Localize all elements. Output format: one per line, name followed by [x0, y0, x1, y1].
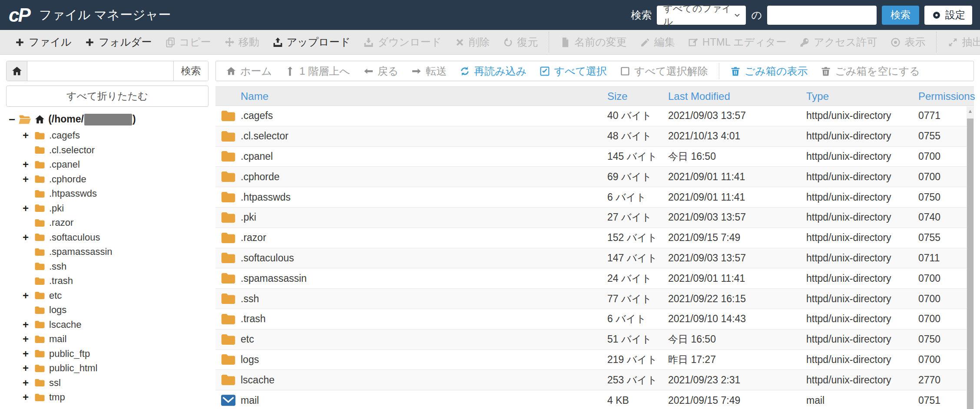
actionbar-button-up-one-level[interactable]: 1 階層上へ — [278, 61, 357, 81]
settings-button[interactable]: 設定 — [924, 6, 972, 25]
toolbar-button-download: ダウンロード — [357, 30, 448, 54]
tree-item-dot-cagefs[interactable]: +.cagefs — [6, 128, 209, 143]
tree-item-dot-cpanel[interactable]: +.cpanel — [6, 157, 209, 172]
folder-icon — [34, 335, 46, 344]
actionbar-label-home: ホーム — [240, 64, 272, 78]
tree-item-ssl[interactable]: +ssl — [6, 376, 209, 390]
tree-item-mail[interactable]: +mail — [6, 332, 209, 346]
key-icon — [799, 37, 810, 48]
tree-item-dot-htpasswds[interactable]: .htpasswds — [6, 186, 209, 201]
table-row-dot-htpasswds[interactable]: .htpasswds6 バイト2021/09/01 11:41httpd/uni… — [215, 187, 974, 208]
tree-item-etc[interactable]: +etc — [6, 288, 209, 303]
expand-plus-icon[interactable]: + — [23, 290, 34, 301]
expand-plus-icon[interactable]: + — [23, 130, 34, 141]
collapse-minus-icon[interactable]: − — [9, 114, 15, 125]
actionbar-button-view-trash[interactable]: ごみ箱の表示 — [724, 61, 814, 81]
expand-plus-icon[interactable]: + — [23, 159, 34, 170]
column-header-permissions[interactable]: Permissions — [918, 90, 974, 102]
tree-search-button[interactable]: 検索 — [173, 61, 208, 81]
tree-item-dot-razor[interactable]: .razor — [6, 215, 209, 230]
actionbar-button-home[interactable]: ホーム — [219, 61, 278, 81]
column-header-last-modified[interactable]: Last Modified — [668, 90, 806, 102]
expand-plus-icon[interactable]: + — [23, 363, 34, 373]
toolbar-button-copy: コピー — [159, 30, 218, 54]
column-header-type[interactable]: Type — [806, 90, 918, 102]
home-button[interactable] — [7, 61, 27, 81]
actionbar-button-empty-trash[interactable]: ごみ箱を空にする — [814, 61, 926, 81]
tree-item-public_html[interactable]: +public_html — [6, 361, 209, 376]
folder-icon — [34, 291, 46, 300]
tree-item-label: .spamassassin — [49, 246, 113, 257]
table-row-dot-trash[interactable]: .trash6 バイト2021/09/10 14:43httpd/unix-di… — [215, 309, 974, 330]
expand-plus-icon[interactable]: + — [23, 392, 34, 402]
move-icon — [224, 37, 235, 48]
actionbar-button-select-all[interactable]: すべて選択 — [533, 61, 613, 81]
column-header-name[interactable]: Name — [241, 90, 607, 102]
table-row-dot-softaculous[interactable]: .softaculous147 バイト2021/09/03 13:57httpd… — [215, 248, 974, 269]
checkbox-empty-icon — [620, 66, 630, 76]
table-row-dot-pki[interactable]: .pki27 バイト2021/09/03 13:57httpd/unix-dir… — [215, 208, 974, 228]
cell-type: httpd/unix-directory — [806, 374, 918, 386]
expand-plus-icon[interactable]: + — [23, 349, 34, 359]
search-button[interactable]: 検索 — [882, 6, 919, 25]
expand-plus-icon[interactable]: + — [23, 334, 34, 344]
cell-last-modified: 2021/09/01 11:41 — [668, 171, 806, 183]
tree-item-dot-trash[interactable]: .trash — [6, 274, 209, 288]
tree-item-dot-pki[interactable]: +.pki — [6, 201, 209, 216]
expand-plus-icon[interactable]: + — [23, 320, 34, 330]
toolbar-divider — [549, 32, 549, 53]
tree-item-dot-ssh[interactable]: .ssh — [6, 259, 209, 274]
tree-item-dot-cl.selector[interactable]: .cl.selector — [6, 143, 209, 158]
tree-item-dot-softaculous[interactable]: +.softaculous — [6, 230, 209, 245]
table-row-dot-razor[interactable]: .razor152 バイト2021/09/15 7:49httpd/unix-d… — [215, 228, 974, 248]
expand-plus-icon[interactable]: + — [23, 378, 34, 388]
tree-item-label: .softaculous — [49, 232, 100, 243]
scrollbar-up-arrow-icon[interactable]: ▲ — [967, 106, 974, 116]
tree-item-tmp[interactable]: +tmp — [6, 390, 209, 405]
tree-item-dot-cphorde[interactable]: +.cphorde — [6, 172, 209, 187]
table-scrollbar[interactable]: ▲ — [967, 106, 974, 409]
search-input[interactable] — [767, 6, 877, 25]
table-row-dot-cagefs[interactable]: .cagefs40 バイト2021/09/03 13:57httpd/unix-… — [215, 106, 974, 126]
tree-item-logs[interactable]: logs — [6, 303, 209, 317]
table-row-dot-cpanel[interactable]: .cpanel145 バイト今日 16:50httpd/unix-directo… — [215, 147, 974, 167]
cell-type: httpd/unix-directory — [806, 333, 918, 345]
cell-name: .softaculous — [241, 252, 607, 264]
tree-item-label: logs — [49, 304, 66, 316]
table-row-etc[interactable]: etc51 バイト今日 16:50httpd/unix-directory075… — [215, 330, 974, 350]
scrollbar-thumb[interactable] — [967, 119, 973, 409]
table-row-dot-cphorde[interactable]: .cphorde69 バイト2021/09/01 11:41httpd/unix… — [215, 167, 974, 187]
expand-plus-icon[interactable]: + — [23, 174, 34, 185]
collapse-all-button[interactable]: すべて折りたたむ — [6, 86, 209, 107]
tree-item-lscache[interactable]: +lscache — [6, 317, 209, 332]
actionbar-button-reload[interactable]: 再読み込み — [453, 61, 533, 81]
table-row-mail[interactable]: mail4 KB2021/09/15 7:49mail0751 — [215, 390, 974, 409]
folder-icon — [34, 175, 46, 184]
toolbar-button-new-folder[interactable]: フォルダー — [78, 30, 158, 54]
actionbar-button-unselect-all[interactable]: すべて選択解除 — [613, 61, 715, 81]
tree-filter-input[interactable] — [27, 61, 173, 81]
cell-size: 40 バイト — [607, 109, 668, 122]
table-row-dot-cl.selector[interactable]: .cl.selector48 バイト2021/10/13 4:01httpd/u… — [215, 126, 974, 147]
table-row-logs[interactable]: logs219 バイト昨日 17:27httpd/unix-directory0… — [215, 350, 974, 370]
table-row-dot-ssh[interactable]: .ssh77 バイト2021/09/22 16:15httpd/unix-dir… — [215, 289, 974, 309]
tree-item-label: .cpanel — [49, 159, 80, 170]
file-table: Name Size Last Modified Type Permissions… — [215, 86, 974, 409]
actionbar-button-forward[interactable]: 転送 — [405, 61, 453, 81]
tree-item-dot-spamassassin[interactable]: .spamassassin — [6, 244, 209, 259]
tree-item-public_ftp[interactable]: +public_ftp — [6, 346, 209, 361]
table-row-lscache[interactable]: lscache253 バイト2021/09/23 2:31httpd/unix-… — [215, 370, 974, 390]
expand-plus-icon[interactable]: + — [23, 232, 34, 243]
tree-root-home[interactable]: − (/home/) — [6, 113, 209, 125]
cell-size: 4 KB — [607, 395, 668, 406]
column-header-size[interactable]: Size — [607, 90, 668, 102]
extract-icon — [947, 37, 958, 48]
table-row-dot-spamassassin[interactable]: .spamassassin24 バイト2021/09/01 11:41httpd… — [215, 268, 974, 289]
toolbar-button-upload[interactable]: アップロード — [266, 30, 357, 54]
search-scope-select[interactable]: すべてのファイル — [657, 6, 746, 25]
folder-icon — [34, 145, 46, 155]
expand-plus-icon[interactable]: + — [23, 203, 34, 214]
actionbar-button-back[interactable]: 戻る — [357, 61, 405, 81]
toolbar-button-new-file[interactable]: ファイル — [8, 30, 78, 54]
tree-item-label: .pki — [49, 203, 64, 214]
